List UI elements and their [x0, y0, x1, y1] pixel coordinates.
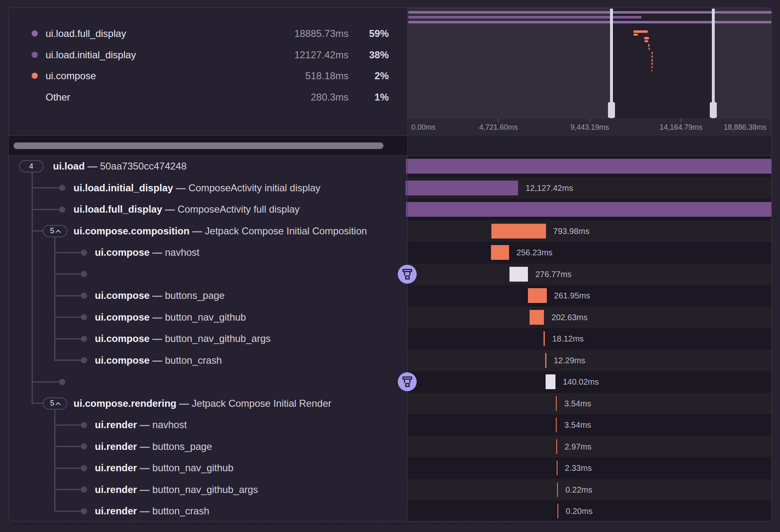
span-separator: — — [137, 419, 152, 430]
span-separator: — — [137, 505, 152, 516]
span-duration-bar[interactable] — [528, 288, 546, 303]
tree-row[interactable]: ui.compose — buttons_page — [9, 285, 407, 307]
tree-row[interactable]: ui.render — button_crash — [9, 500, 407, 521]
tree-scrollbar-strip — [9, 136, 771, 156]
minimap-window-line[interactable] — [712, 9, 715, 118]
span-duration-bar[interactable] — [546, 374, 555, 389]
chevron-up-icon — [55, 402, 61, 407]
tree-connector — [32, 230, 43, 232]
span-duration-bar[interactable] — [544, 331, 545, 346]
minimap-window-handle[interactable] — [608, 102, 615, 118]
waterfall-row[interactable]: 0.20ms — [407, 500, 771, 521]
tree-row[interactable] — [9, 264, 407, 285]
waterfall-row[interactable]: 140.02ms — [407, 371, 771, 393]
span-duration-bar[interactable] — [557, 504, 558, 518]
legend-row[interactable]: Other280.3ms1% — [9, 91, 407, 103]
waterfall-row[interactable]: 261.95ms — [407, 285, 771, 307]
tree-row[interactable]: ui.compose — navhost — [9, 242, 407, 264]
tree-row[interactable]: ui.load.initial_display — ComposeActivit… — [9, 177, 407, 199]
minimap-outside-window-right — [715, 8, 772, 118]
tree-scrollbar-track[interactable] — [9, 136, 407, 155]
span-duration-bar[interactable] — [557, 482, 558, 497]
tree-row[interactable]: ui.render — button_nav_github — [9, 457, 407, 479]
span-duration-bar[interactable] — [491, 245, 509, 260]
tree-connector — [55, 273, 84, 275]
tree-row[interactable]: ui.render — navhost — [9, 414, 407, 436]
span-duration-bar[interactable] — [556, 439, 557, 454]
badge-count: 4 — [29, 162, 33, 171]
waterfall-row[interactable]: 202.63ms — [407, 307, 771, 328]
legend-color-dot — [32, 52, 38, 58]
span-description: Jetpack Compose Initial Render — [192, 398, 331, 409]
span-count-badge[interactable]: 5 — [43, 225, 67, 237]
span-duration-bar[interactable] — [406, 181, 518, 195]
span-duration-label: 0.20ms — [566, 500, 593, 521]
span-title: ui.render — buttons_page — [95, 441, 212, 452]
panel-divider[interactable] — [407, 8, 408, 521]
span-duration-bar[interactable] — [406, 202, 771, 217]
flamegraph-bar-top — [402, 269, 412, 272]
tree-row[interactable]: ui.load.full_display — ComposeActivity f… — [9, 199, 407, 220]
legend-row[interactable]: ui.compose518.18ms2% — [9, 70, 407, 82]
span-count-badge[interactable]: 5 — [43, 397, 67, 410]
legend-color-dot — [32, 30, 38, 37]
waterfall-row[interactable]: 2.33ms — [407, 457, 771, 479]
span-duration-bar[interactable] — [406, 159, 771, 174]
waterfall-row[interactable] — [407, 156, 771, 177]
tree-row[interactable] — [9, 371, 407, 393]
minimap-span-bar-orange — [644, 37, 649, 39]
waterfall-row[interactable]: 18.12ms — [407, 328, 771, 350]
minimap-window-line[interactable] — [610, 9, 613, 118]
trace-minimap[interactable]: 0.00ms4,721.60ms9,443.19ms14,164.79ms18,… — [407, 8, 772, 136]
span-duration-bar[interactable] — [491, 224, 546, 238]
profile-flamegraph-icon[interactable] — [398, 372, 417, 391]
span-title: ui.compose — button_crash — [95, 355, 222, 366]
span-duration-bar[interactable] — [545, 353, 546, 368]
minimap-time-axis: 0.00ms4,721.60ms9,443.19ms14,164.79ms18,… — [407, 118, 772, 136]
minimap-canvas[interactable] — [407, 8, 772, 118]
legend-row[interactable]: ui.load.full_display18885.73ms59% — [9, 28, 407, 40]
tree-row[interactable]: 5ui.compose.rendering — Jetpack Compose … — [9, 393, 407, 415]
profile-flamegraph-icon[interactable] — [398, 265, 417, 284]
waterfall-row[interactable]: 256.23ms — [407, 242, 771, 264]
legend-op-label: ui.load.initial_display — [46, 49, 136, 61]
waterfall-row[interactable]: 276.77ms — [407, 264, 771, 285]
span-description: buttons_page — [165, 290, 225, 301]
span-bars: 12,127.42ms793.98ms256.23ms276.77ms261.9… — [407, 156, 771, 521]
tree-row[interactable]: 4ui.load — 50aa7350cc474248 — [9, 156, 407, 177]
waterfall-row[interactable] — [407, 199, 771, 220]
minimap-window-handle[interactable] — [710, 102, 717, 118]
span-duration-bar[interactable] — [557, 461, 557, 475]
tree-row[interactable]: ui.compose — button_nav_github — [9, 307, 407, 328]
tree-row[interactable]: ui.render — buttons_page — [9, 436, 407, 458]
span-duration-bar[interactable] — [530, 310, 544, 325]
tree-row[interactable]: 5ui.compose.composition — Jetpack Compos… — [9, 220, 407, 242]
waterfall-row[interactable]: 0.22ms — [407, 479, 771, 501]
flamegraph-bar-bottom — [405, 275, 410, 280]
waterfall-row[interactable]: 3.54ms — [407, 393, 771, 415]
span-op: ui.render — [95, 505, 137, 516]
tree-node-dot — [81, 486, 87, 493]
panel-bottom-resize-handle[interactable] — [14, 523, 521, 524]
tree-node-dot — [81, 336, 87, 342]
legend-row[interactable]: ui.load.initial_display12127.42ms38% — [9, 49, 407, 61]
span-duration-bar[interactable] — [509, 267, 528, 282]
span-count-badge[interactable]: 4 — [19, 160, 44, 172]
waterfall-row[interactable]: 793.98ms — [407, 220, 771, 242]
axis-tick — [681, 119, 681, 122]
tree-connector — [55, 360, 84, 361]
legend-duration: 18885.73ms — [294, 28, 349, 40]
span-op: ui.render — [95, 462, 137, 473]
tree-node-dot — [81, 422, 87, 428]
waterfall-row[interactable]: 3.54ms — [407, 414, 771, 436]
tree-row[interactable]: ui.compose — button_nav_github_args — [9, 328, 407, 350]
tree-row[interactable]: ui.render — button_nav_github_args — [9, 479, 407, 501]
waterfall-row[interactable]: 2.97ms — [407, 436, 771, 458]
span-duration-bar[interactable] — [556, 417, 557, 432]
waterfall-row[interactable]: 12,127.42ms — [407, 177, 771, 199]
waterfall-row[interactable]: 12.29ms — [407, 350, 771, 371]
tree-row[interactable]: ui.compose — button_crash — [9, 350, 407, 371]
span-duration-bar[interactable] — [556, 396, 557, 411]
span-description: button_crash — [152, 505, 209, 516]
tree-scrollbar-thumb[interactable] — [14, 142, 383, 149]
